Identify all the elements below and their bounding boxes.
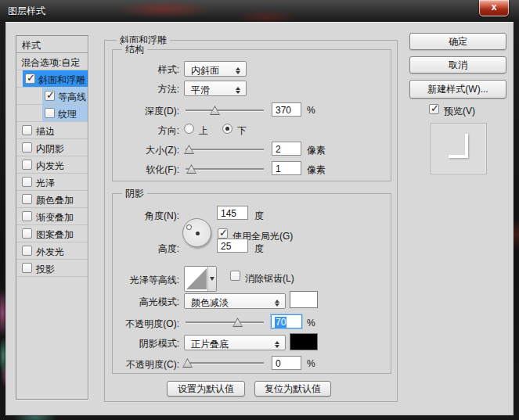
soften-slider[interactable]: [186, 163, 264, 175]
styles-list-header: 样式: [16, 36, 88, 53]
soften-input[interactable]: 1: [272, 161, 301, 175]
highlight-mode-select[interactable]: 颜色减淡: [184, 293, 286, 309]
reset-default-button[interactable]: 复位为默认值: [254, 381, 331, 397]
preview-checkbox[interactable]: [429, 104, 439, 114]
shadow-opacity-label: 不透明度(C):: [34, 358, 179, 372]
slider-track: [186, 168, 264, 170]
technique-label: 方法:: [34, 83, 179, 96]
checkbox-stroke[interactable]: [22, 125, 32, 135]
checkbox-inner-glow[interactable]: [22, 160, 32, 170]
size-input[interactable]: 2: [272, 142, 301, 156]
direction-label: 方向:: [34, 124, 179, 138]
style-label: 样式:: [34, 63, 179, 77]
size-label: 大小(Z):: [34, 144, 179, 157]
size-input-value: 2: [276, 144, 281, 155]
dial-center-dot: [196, 232, 200, 235]
style-select[interactable]: 内斜面: [184, 61, 247, 77]
size-unit: 像素: [307, 144, 326, 157]
highlight-opacity-label: 不透明度(O):: [34, 318, 179, 331]
highlight-mode-label: 高光模式:: [34, 296, 179, 309]
shading-group-title: 阴影: [122, 187, 147, 200]
slider-track: [186, 149, 264, 150]
checkbox-color-overlay[interactable]: [22, 194, 32, 204]
contour-thumbnail-icon: [186, 268, 207, 289]
close-button[interactable]: x: [479, 0, 509, 16]
depth-slider[interactable]: [186, 104, 264, 117]
direction-down-label: 下: [237, 124, 247, 138]
sidebar-item-label: 图案叠加: [36, 228, 74, 242]
highlight-mode-value: 颜色减淡: [191, 297, 229, 308]
soften-label: 软化(F):: [34, 163, 179, 177]
size-slider[interactable]: [186, 143, 264, 156]
ok-button[interactable]: 确定: [409, 33, 506, 50]
checkbox-satin[interactable]: [22, 177, 32, 187]
slider-track: [186, 321, 264, 323]
altitude-unit: 度: [254, 242, 264, 256]
slider-track: [186, 109, 264, 111]
depth-input[interactable]: 370: [272, 102, 301, 117]
altitude-label: 高度:: [34, 242, 179, 256]
sidebar-item-label: 光泽: [36, 177, 55, 190]
use-global-light-checkbox[interactable]: [218, 228, 228, 239]
anti-alias-checkbox[interactable]: [230, 271, 240, 281]
altitude-input[interactable]: 25: [217, 239, 248, 253]
direction-radio-up[interactable]: [184, 124, 194, 134]
shadow-opacity-unit: %: [307, 358, 315, 369]
technique-select-value: 平滑: [191, 84, 210, 95]
updown-arrows-icon: [273, 297, 281, 309]
structure-group-title: 结构: [122, 43, 147, 56]
highlight-opacity-input[interactable]: 70: [271, 314, 302, 328]
highlight-opacity-slider[interactable]: [186, 316, 264, 328]
updown-arrows-icon: [234, 84, 242, 96]
layer-style-dialog: 图层样式 x 样式 混合选项:自定 斜面和浮雕 等高线: [0, 0, 519, 420]
styles-header-label: 样式: [22, 39, 41, 52]
direction-radio-down[interactable]: [222, 124, 232, 134]
checkbox-pattern-overlay[interactable]: [22, 228, 32, 239]
new-style-button[interactable]: 新建样式(W)...: [409, 80, 506, 99]
soften-input-value: 1: [276, 163, 281, 174]
dial-angle-marker[interactable]: [186, 224, 192, 230]
preview-label: 预览(V): [444, 105, 475, 118]
cancel-button[interactable]: 取消: [409, 56, 506, 74]
updown-arrows-icon: [234, 65, 242, 77]
updown-arrows-icon: [273, 339, 281, 350]
anti-alias-label: 消除锯齿(L): [245, 272, 294, 285]
shadow-color-swatch[interactable]: [290, 333, 318, 350]
corner-shape-preview-icon: [449, 134, 468, 158]
dialog-body: 样式 混合选项:自定 斜面和浮雕 等高线 纹理 描边: [5, 22, 514, 415]
shadow-mode-select[interactable]: 正片叠底: [184, 335, 286, 350]
gloss-contour-label: 光泽等高线:: [34, 274, 179, 287]
angle-input[interactable]: 145: [217, 206, 248, 220]
shadow-opacity-slider[interactable]: [186, 357, 264, 369]
style-select-value: 内斜面: [191, 65, 219, 76]
preview-thumbnail: [431, 123, 487, 174]
shadow-mode-label: 阴影模式:: [34, 337, 179, 350]
angle-unit: 度: [254, 210, 264, 223]
sidebar-item-color-overlay[interactable]: 颜色叠加: [16, 191, 88, 208]
angle-dial[interactable]: [182, 218, 211, 247]
sidebar-item-pattern-overlay[interactable]: 图案叠加: [16, 225, 88, 242]
angle-input-value: 145: [221, 208, 236, 219]
checkbox-inner-shadow[interactable]: [22, 142, 32, 153]
depth-input-value: 370: [276, 105, 291, 116]
sidebar-item-label: 颜色叠加: [36, 194, 74, 207]
direction-up-label: 上: [199, 124, 208, 138]
depth-unit: %: [307, 105, 315, 116]
checkbox-gradient-overlay[interactable]: [22, 211, 32, 221]
slider-track: [186, 362, 264, 364]
highlight-opacity-unit: %: [307, 318, 315, 328]
shadow-opacity-value: 0: [276, 358, 281, 369]
checkbox-drop-shadow[interactable]: [22, 263, 32, 273]
technique-select[interactable]: 平滑: [184, 81, 247, 96]
contour-dropdown-arrow-icon[interactable]: [207, 267, 216, 291]
set-default-button[interactable]: 设置为默认值: [167, 381, 245, 397]
angle-label: 角度(N):: [34, 210, 179, 223]
shadow-opacity-input[interactable]: 0: [272, 356, 301, 370]
soften-unit: 像素: [307, 163, 326, 177]
highlight-color-swatch[interactable]: [290, 291, 318, 308]
checkbox-outer-glow[interactable]: [22, 246, 32, 256]
highlight-opacity-value: 70: [275, 317, 287, 328]
title-bar[interactable]: 图层样式 x: [0, 0, 519, 22]
gloss-contour-picker[interactable]: [184, 266, 217, 292]
window-title: 图层样式: [8, 5, 45, 18]
